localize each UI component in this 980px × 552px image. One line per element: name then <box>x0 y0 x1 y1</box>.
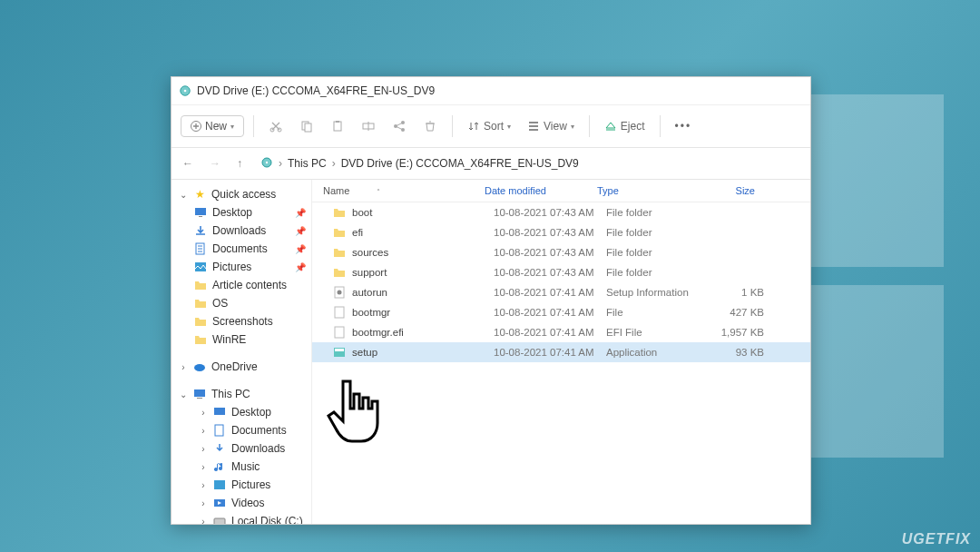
sidebar-pc-downloads[interactable]: ›Downloads <box>172 439 311 458</box>
file-type: EFI File <box>606 327 701 338</box>
desktop-icon <box>193 205 208 220</box>
downloads-icon <box>212 441 227 456</box>
col-type[interactable]: Type <box>597 185 691 196</box>
file-row[interactable]: bootmgr.efi10-08-2021 07:41 AMEFI File1,… <box>312 322 810 342</box>
sidebar-pc-localdisk[interactable]: ›Local Disk (C:) <box>172 512 311 524</box>
caret-down-icon: ⌄ <box>179 190 188 200</box>
sidebar-quick-access[interactable]: ⌄ ★ Quick access <box>172 185 311 203</box>
sidebar-documents[interactable]: Documents📌 <box>172 240 311 258</box>
eject-button[interactable]: Eject <box>599 116 651 136</box>
sidebar-pc-music[interactable]: ›Music <box>172 458 311 476</box>
copy-button[interactable] <box>294 115 319 137</box>
file-date: 10-08-2021 07:41 AM <box>494 347 606 358</box>
more-button[interactable]: ••• <box>670 116 698 136</box>
rename-button[interactable] <box>356 115 381 137</box>
file-row[interactable]: sources10-08-2021 07:43 AMFile folder <box>312 242 810 262</box>
sidebar-article-contents[interactable]: Article contents <box>172 276 311 294</box>
svg-rect-29 <box>335 307 344 318</box>
sidebar-label: Pictures <box>231 478 270 491</box>
sidebar-pc-videos[interactable]: ›Videos <box>172 494 311 512</box>
documents-icon <box>193 242 208 256</box>
svg-point-10 <box>394 124 397 128</box>
forward-button[interactable]: → <box>206 155 224 172</box>
sidebar-os[interactable]: OS <box>172 294 311 312</box>
file-name: support <box>352 267 387 278</box>
window-body: ⌄ ★ Quick access Desktop📌 Downloads📌 Doc… <box>172 180 810 524</box>
folder-icon <box>193 296 208 310</box>
share-button[interactable] <box>387 115 412 137</box>
file-date: 10-08-2021 07:41 AM <box>494 287 606 298</box>
file-size: 1 KB <box>701 287 764 298</box>
file-name: autorun <box>352 287 387 298</box>
up-button[interactable]: ↑ <box>233 155 246 172</box>
sidebar-label: Downloads <box>212 224 266 237</box>
file-row[interactable]: efi10-08-2021 07:43 AMFile folder <box>312 222 810 242</box>
column-headers[interactable]: Name˄ Date modified Type Size <box>312 180 810 202</box>
toolbar-divider <box>452 115 453 137</box>
caret-right-icon: › <box>199 426 208 436</box>
folder-icon <box>332 225 347 240</box>
sidebar-label: Local Disk (C:) <box>231 515 303 524</box>
sidebar-onedrive[interactable]: › OneDrive <box>172 358 311 376</box>
music-icon <box>212 459 227 474</box>
sidebar-pc-desktop[interactable]: ›Desktop <box>172 403 311 421</box>
view-button[interactable]: View ▾ <box>522 116 580 136</box>
pictures-icon <box>193 260 208 274</box>
pin-icon: 📌 <box>295 262 306 272</box>
svg-rect-6 <box>305 123 311 132</box>
caret-right-icon: › <box>199 462 208 472</box>
documents-icon <box>212 423 227 438</box>
sort-button[interactable]: Sort ▾ <box>462 116 516 136</box>
file-row[interactable]: boot10-08-2021 07:43 AMFile folder <box>312 202 810 222</box>
sidebar-winre[interactable]: WinRE <box>172 330 311 349</box>
sidebar-desktop[interactable]: Desktop📌 <box>172 203 311 222</box>
chevron-down-icon: ▾ <box>571 123 574 131</box>
breadcrumb[interactable]: › This PC › DVD Drive (E:) CCCOMA_X64FRE… <box>255 153 803 174</box>
sidebar-pictures[interactable]: Pictures📌 <box>172 258 311 276</box>
breadcrumb-current[interactable]: DVD Drive (E:) CCCOMA_X64FRE_EN-US_DV9 <box>341 157 579 170</box>
paste-button[interactable] <box>325 115 350 137</box>
pin-icon: 📌 <box>295 208 306 218</box>
new-button[interactable]: New ▾ <box>181 115 244 137</box>
file-row[interactable]: setup10-08-2021 07:41 AMApplication93 KB <box>312 342 810 362</box>
sidebar-label: OS <box>212 297 228 310</box>
navbar: ← → ↑ › This PC › DVD Drive (E:) CCCOMA_… <box>172 148 810 180</box>
col-name[interactable]: Name˄ <box>323 185 485 196</box>
eject-label: Eject <box>621 120 645 133</box>
back-button[interactable]: ← <box>179 155 197 172</box>
file-row[interactable]: support10-08-2021 07:43 AMFile folder <box>312 262 810 282</box>
file-list[interactable]: boot10-08-2021 07:43 AMFile folderefi10-… <box>312 202 810 524</box>
sidebar-downloads[interactable]: Downloads📌 <box>172 222 311 240</box>
svg-rect-30 <box>335 327 344 338</box>
file-icon <box>332 305 347 320</box>
file-row[interactable]: autorun10-08-2021 07:41 AMSetup Informat… <box>312 282 810 302</box>
sidebar-screenshots[interactable]: Screenshots <box>172 312 311 330</box>
sort-icon <box>467 120 480 133</box>
col-date[interactable]: Date modified <box>485 185 597 196</box>
file-type: File folder <box>606 267 701 278</box>
titlebar[interactable]: DVD Drive (E:) CCCOMA_X64FRE_EN-US_DV9 <box>172 77 810 105</box>
cut-button[interactable] <box>263 115 289 137</box>
sidebar-label: Documents <box>231 424 287 437</box>
svg-rect-15 <box>195 208 206 215</box>
folder-icon <box>332 245 347 260</box>
file-name: efi <box>352 227 363 238</box>
svg-point-14 <box>266 161 268 163</box>
nav-pane[interactable]: ⌄ ★ Quick access Desktop📌 Downloads📌 Doc… <box>172 180 312 524</box>
file-type: Setup Information <box>606 287 701 298</box>
file-date: 10-08-2021 07:41 AM <box>494 307 606 318</box>
sidebar-label: Videos <box>231 497 264 509</box>
sidebar-this-pc[interactable]: ⌄ This PC <box>172 385 311 403</box>
file-row[interactable]: bootmgr10-08-2021 07:41 AMFile427 KB <box>312 302 810 322</box>
sidebar-pc-pictures[interactable]: ›Pictures <box>172 476 311 494</box>
svg-rect-23 <box>215 425 223 436</box>
file-type: File folder <box>606 247 701 258</box>
file-icon <box>332 325 347 340</box>
col-size[interactable]: Size <box>691 185 755 196</box>
disk-icon <box>212 514 227 524</box>
breadcrumb-this-pc[interactable]: This PC <box>288 157 327 170</box>
plus-icon <box>191 121 201 132</box>
sidebar-pc-documents[interactable]: ›Documents <box>172 421 311 439</box>
sidebar-label: Desktop <box>212 206 252 219</box>
delete-button[interactable] <box>417 115 443 137</box>
